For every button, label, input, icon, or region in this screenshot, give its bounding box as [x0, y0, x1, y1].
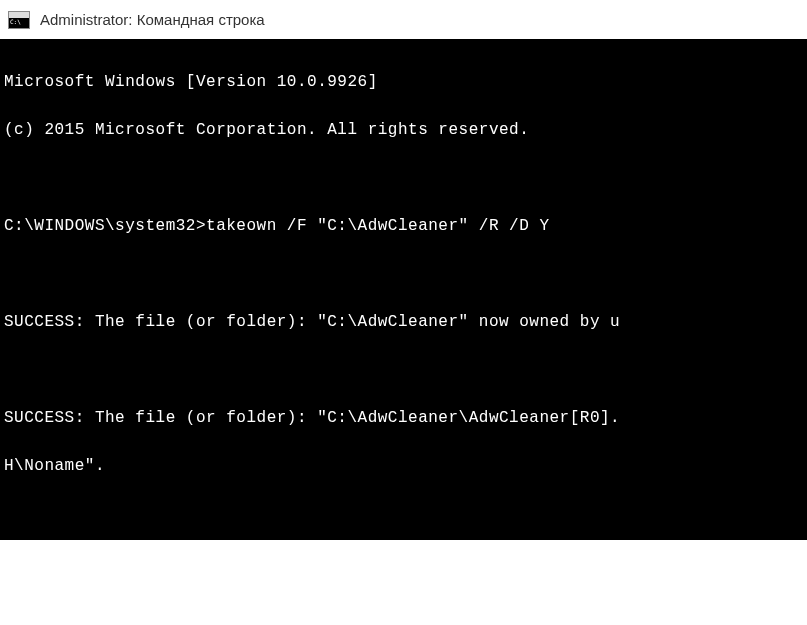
output-line: Microsoft Windows [Version 10.0.9926] [4, 70, 803, 94]
output-line: H\Noname". [4, 454, 803, 478]
blank-line [4, 166, 803, 190]
blank-line [4, 262, 803, 286]
terminal-area[interactable]: Microsoft Windows [Version 10.0.9926] (c… [0, 40, 807, 540]
output-line: (c) 2015 Microsoft Corporation. All righ… [4, 118, 803, 142]
output-line: SUCCESS: The file (or folder): "C:\AdwCl… [4, 310, 803, 334]
output-line: SUCCESS: The file (or folder): "C:\AdwCl… [4, 406, 803, 430]
titlebar[interactable]: Administrator: Командная строка [0, 0, 807, 40]
window-title: Administrator: Командная строка [40, 11, 265, 28]
blank-line [4, 358, 803, 382]
cmd-icon [8, 11, 30, 29]
blank-line [4, 502, 803, 526]
command-line: C:\WINDOWS\system32>takeown /F "C:\AdwCl… [4, 214, 803, 238]
